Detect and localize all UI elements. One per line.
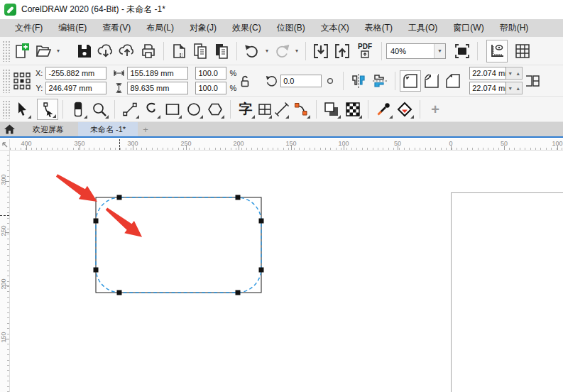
menu-help[interactable]: 帮助(H) xyxy=(492,19,537,37)
tab-welcome-screen[interactable]: 欢迎屏幕 xyxy=(18,122,78,136)
corner-radius-top-spinner[interactable]: ▼▲ xyxy=(506,67,523,80)
eraser-tool[interactable] xyxy=(67,99,89,120)
interactive-fill-tool[interactable] xyxy=(394,99,415,120)
pick-tool[interactable] xyxy=(11,99,33,120)
coreldraw-logo-icon xyxy=(4,4,16,16)
object-width-field[interactable]: 155.189 mm xyxy=(127,67,188,80)
plus-icon: + xyxy=(431,103,439,116)
zoom-tool[interactable] xyxy=(89,99,110,120)
toolbar-separator xyxy=(236,42,237,60)
canvas-overlay xyxy=(10,151,563,392)
polygon-tool[interactable] xyxy=(204,99,226,120)
print-button[interactable] xyxy=(138,40,159,62)
node-handle[interactable] xyxy=(236,290,241,295)
scalloped-corner-button[interactable] xyxy=(421,70,442,92)
redo-dropdown-caret[interactable]: ▾ xyxy=(293,40,301,62)
toolbar-drag-handle[interactable] xyxy=(1,40,10,62)
menu-object[interactable]: 对象(J) xyxy=(182,19,224,37)
publish-pdf-button[interactable]: PDF xyxy=(353,40,377,62)
y-position-label: Y: xyxy=(35,84,43,92)
menu-edit[interactable]: 编辑(E) xyxy=(50,19,94,37)
menu-tools[interactable]: 工具(O) xyxy=(400,19,445,37)
zoom-level-combo[interactable]: 40% ▼ xyxy=(386,43,446,59)
transparency-tool[interactable] xyxy=(342,99,364,120)
menu-bar: 文件(F) 编辑(E) 查看(V) 布局(L) 对象(J) 效果(C) 位图(B… xyxy=(0,19,563,37)
zoom-dropdown-caret[interactable]: ▼ xyxy=(434,44,445,58)
menu-text[interactable]: 文本(X) xyxy=(313,19,357,37)
show-rulers-toggle[interactable] xyxy=(486,40,508,62)
rectangle-tool[interactable] xyxy=(162,99,183,120)
corner-node-handles[interactable] xyxy=(94,195,264,295)
fullscreen-preview-button[interactable] xyxy=(452,40,473,62)
open-from-cloud-button[interactable] xyxy=(95,40,116,62)
menu-view[interactable]: 查看(V) xyxy=(94,19,138,37)
toolbar-drag-handle[interactable] xyxy=(1,68,10,93)
table-tool[interactable] xyxy=(256,99,273,120)
cut-button[interactable] xyxy=(168,40,190,62)
menu-window[interactable]: 窗口(W) xyxy=(445,19,491,37)
customize-toolbox-button[interactable]: + xyxy=(425,99,446,120)
y-position-field[interactable]: 246.497 mm xyxy=(45,82,106,94)
node-handle[interactable] xyxy=(94,219,99,224)
corner-radius-bottom-spinner[interactable]: ▼▲ xyxy=(506,82,523,94)
coreldraw-window: CorelDRAW 2020 (64-Bit) - 未命名 -1* 文件(F) … xyxy=(0,0,563,392)
selected-rectangle-outline[interactable] xyxy=(96,197,261,293)
text-tool-glyph: 字 xyxy=(239,102,253,116)
save-button[interactable] xyxy=(74,40,95,62)
drawing-canvas[interactable] xyxy=(10,151,563,392)
horizontal-ruler[interactable]: 400 350 300 250 200 150 100 50 0 50 100 xyxy=(10,139,563,151)
chamfered-corner-button[interactable] xyxy=(442,70,464,92)
node-handle[interactable] xyxy=(94,268,99,273)
node-handle[interactable] xyxy=(259,219,264,224)
undo-button[interactable] xyxy=(241,40,263,62)
menu-layout[interactable]: 布局(L) xyxy=(138,19,182,37)
corner-radius-top-field[interactable]: 22.074 mm xyxy=(469,67,506,80)
corner-radius-bottom-field[interactable]: 22.074 mm xyxy=(469,82,506,94)
toolbar-drag-handle[interactable] xyxy=(1,99,10,119)
mirror-vertical-button[interactable] xyxy=(369,70,390,92)
copy-button[interactable] xyxy=(190,40,211,62)
lock-ratio-toggle[interactable] xyxy=(236,70,253,92)
color-eyedropper-tool[interactable] xyxy=(373,99,394,120)
open-document-button[interactable] xyxy=(33,40,54,62)
scale-vertical-field[interactable]: 100.0 xyxy=(195,82,226,94)
undo-dropdown-caret[interactable]: ▾ xyxy=(263,40,271,62)
x-position-label: X: xyxy=(35,69,43,77)
scale-horizontal-field[interactable]: 100.0 xyxy=(195,67,226,80)
vertical-ruler[interactable]: 300 250 200 150 xyxy=(0,151,10,392)
tab-untitled-document[interactable]: 未命名 -1* xyxy=(78,122,138,136)
redo-button[interactable] xyxy=(271,40,293,62)
new-tab-button[interactable]: + xyxy=(138,122,153,136)
drop-shadow-tool[interactable] xyxy=(321,99,342,120)
menu-table[interactable]: 表格(T) xyxy=(357,19,400,37)
import-button[interactable] xyxy=(310,40,332,62)
ruler-origin-button[interactable] xyxy=(0,139,10,151)
mirror-horizontal-button[interactable] xyxy=(348,70,369,92)
ellipse-tool[interactable] xyxy=(183,99,204,120)
show-grid-toggle[interactable] xyxy=(512,40,533,62)
node-handle[interactable] xyxy=(117,195,122,200)
welcome-home-button[interactable] xyxy=(0,122,18,136)
object-height-field[interactable]: 89.635 mm xyxy=(127,82,188,94)
node-handle[interactable] xyxy=(259,268,264,273)
rotation-angle-field[interactable]: 0.0 xyxy=(280,75,322,87)
menu-file[interactable]: 文件(F) xyxy=(7,19,50,37)
x-position-field[interactable]: -255.882 mm xyxy=(45,67,106,80)
round-corner-button[interactable] xyxy=(400,70,421,92)
rotation-icon xyxy=(263,70,280,92)
bezier-curve-tool[interactable] xyxy=(141,99,162,120)
node-handle[interactable] xyxy=(236,195,241,200)
export-button[interactable] xyxy=(332,40,353,62)
connector-tool[interactable] xyxy=(290,99,312,120)
paste-button[interactable] xyxy=(211,40,232,62)
dimension-tool[interactable] xyxy=(273,99,290,120)
menu-bitmaps[interactable]: 位图(B) xyxy=(269,19,313,37)
save-to-cloud-button[interactable] xyxy=(116,40,138,62)
shape-tool[interactable] xyxy=(37,99,58,120)
new-document-button[interactable] xyxy=(11,40,33,62)
menu-effects[interactable]: 效果(C) xyxy=(224,19,269,37)
text-tool[interactable]: 字 xyxy=(235,99,256,120)
open-dropdown-caret[interactable]: ▾ xyxy=(54,40,62,62)
freehand-tool[interactable] xyxy=(119,99,141,120)
node-handle[interactable] xyxy=(117,290,122,295)
